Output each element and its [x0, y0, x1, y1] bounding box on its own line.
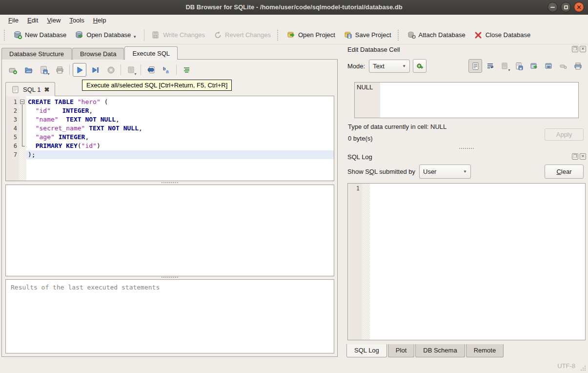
results-message-splitter[interactable]: [5, 276, 334, 279]
encoding-indicator[interactable]: UTF-8: [557, 362, 575, 370]
code-line[interactable]: );: [26, 150, 334, 159]
results-message-pane[interactable]: Results of the last executed statements: [5, 279, 334, 353]
open-project-button[interactable]: Open Project: [283, 28, 340, 42]
menu-edit[interactable]: Edit: [23, 15, 42, 25]
window-title: DB Browser for SQLite - /home/user/code/…: [185, 3, 402, 11]
attach-database-button[interactable]: Attach Database: [403, 28, 470, 42]
apply-button[interactable]: Apply: [545, 128, 584, 141]
open-database-dropdown-icon[interactable]: ▼: [133, 35, 137, 39]
editor-results-splitter[interactable]: [5, 181, 334, 184]
sql-editor[interactable]: 1234567 CREATE TABLE "hero" ( "id" INTEG…: [5, 96, 334, 181]
word-wrap-icon: [486, 62, 494, 70]
new-database-button[interactable]: New Database: [9, 28, 71, 42]
float-icon[interactable]: ❐: [572, 153, 578, 160]
print-cell-button[interactable]: [571, 59, 585, 73]
code-line[interactable]: "name" TEXT NOT NULL,: [26, 115, 334, 124]
menu-file[interactable]: File: [4, 15, 23, 25]
log-filter-label: Show SQL submitted by: [347, 168, 415, 175]
dock-splitter[interactable]: [345, 147, 588, 150]
code-line[interactable]: "age" INTEGER,: [26, 133, 334, 142]
menu-view[interactable]: View: [42, 15, 65, 25]
execute-all-button[interactable]: [73, 63, 86, 77]
code-line[interactable]: PRIMARY KEY("id"): [26, 142, 334, 150]
close-database-button[interactable]: Close Database: [470, 28, 535, 42]
tab-database-structure[interactable]: Database Structure: [1, 48, 72, 60]
open-database-button[interactable]: Open Database ▼: [71, 28, 141, 42]
log-filter-select[interactable]: User ▼: [419, 165, 471, 179]
main-tab-bar: Database Structure Browse Data Execute S…: [1, 46, 178, 60]
editor-fold-margin[interactable]: [19, 96, 26, 181]
mode-label: Mode:: [347, 62, 365, 70]
import-button[interactable]: ▼: [498, 59, 511, 73]
dock-tab-plot[interactable]: Plot: [388, 344, 414, 357]
execute-current-line-button[interactable]: [88, 63, 102, 77]
open-external-button[interactable]: [527, 59, 541, 73]
sql-file-tab[interactable]: SQL 1 ✖: [5, 82, 55, 96]
toolbar-drag-handle[interactable]: [4, 30, 6, 41]
float-icon[interactable]: ❐: [572, 46, 578, 52]
auto-apply-gear-icon: [416, 62, 424, 70]
chevron-down-icon: ▼: [463, 169, 467, 174]
title-bar[interactable]: DB Browser for SQLite - /home/user/code/…: [0, 0, 588, 15]
save-sql-dropdown-icon[interactable]: ▼: [47, 72, 50, 76]
dock-tab-sql-log[interactable]: SQL Log: [346, 344, 387, 357]
toolbar-drag-handle[interactable]: [398, 30, 400, 41]
log-content[interactable]: [370, 184, 585, 340]
revert-changes-button[interactable]: Revert Changes: [209, 28, 275, 42]
log-line-number: 1: [348, 185, 360, 192]
cell-value-editor[interactable]: NULL: [354, 82, 579, 118]
sql-file-tab-bar: SQL 1 ✖: [5, 82, 55, 96]
format-sql-button[interactable]: [180, 63, 193, 77]
dock-tab-db-schema[interactable]: DB Schema: [415, 344, 465, 357]
save-sql-file-button[interactable]: ▼: [37, 63, 51, 77]
dock-tab-remote[interactable]: Remote: [466, 344, 504, 357]
fold-guide-line: [22, 104, 22, 146]
find-button[interactable]: [144, 63, 158, 77]
mode-select[interactable]: Text ▼: [369, 60, 410, 73]
print-sql-button[interactable]: [53, 63, 66, 77]
word-wrap-button[interactable]: [483, 59, 497, 73]
code-line[interactable]: "id" INTEGER,: [26, 106, 334, 115]
close-tab-icon[interactable]: ✖: [44, 86, 49, 93]
sql-toolbar: ▼: [6, 63, 195, 77]
minimize-icon[interactable]: [547, 2, 558, 12]
save-project-button[interactable]: Save Project: [340, 28, 396, 42]
export-button[interactable]: [512, 59, 526, 73]
close-icon[interactable]: ✕: [580, 46, 586, 52]
save-results-dropdown-icon[interactable]: ▼: [134, 72, 137, 76]
auto-apply-button[interactable]: [413, 59, 426, 73]
tab-execute-sql[interactable]: Execute SQL: [124, 46, 178, 60]
cell-size-info: 0 byte(s): [348, 135, 373, 142]
write-changes-button[interactable]: Write Changes: [147, 28, 209, 42]
text-mode-button[interactable]: [468, 59, 482, 73]
new-sql-tab-button[interactable]: [6, 63, 20, 77]
save-results-button[interactable]: ▼: [124, 63, 138, 77]
fold-collapse-icon[interactable]: [20, 100, 24, 104]
code-line[interactable]: "secret_name" TEXT NOT NULL,: [26, 124, 334, 133]
menu-tools[interactable]: Tools: [65, 15, 88, 25]
set-null-button[interactable]: [556, 59, 570, 73]
code-line[interactable]: CREATE TABLE "hero" (: [26, 98, 334, 106]
toolbar-drag-handle[interactable]: [277, 30, 280, 41]
copy-link-button[interactable]: [542, 59, 555, 73]
format-sql-icon: [182, 66, 191, 74]
code-lines[interactable]: CREATE TABLE "hero" ( "id" INTEGER, "nam…: [26, 96, 334, 181]
sql-log-view[interactable]: 1: [347, 183, 586, 340]
sql-log-dock-icons: ❐ ✕: [572, 153, 586, 160]
app-window: DB Browser for SQLite - /home/user/code/…: [0, 0, 588, 373]
menu-help[interactable]: Help: [89, 15, 111, 25]
results-grid[interactable]: [5, 185, 334, 276]
close-icon[interactable]: ✕: [574, 2, 584, 12]
line-number: 2: [6, 106, 17, 115]
stop-button[interactable]: [104, 63, 118, 77]
maximize-icon[interactable]: [561, 2, 571, 12]
clear-log-button[interactable]: Clear: [545, 165, 584, 179]
sql-log-title: SQL Log: [347, 153, 372, 161]
log-filter-value: User: [423, 168, 458, 175]
auto-complete-button[interactable]: b a: [160, 63, 173, 77]
resize-grip-icon[interactable]: [580, 365, 586, 371]
cell-value: NULL: [357, 83, 373, 91]
open-sql-file-button[interactable]: [21, 63, 35, 77]
close-icon[interactable]: ✕: [580, 153, 586, 160]
tab-browse-data[interactable]: Browse Data: [72, 48, 124, 60]
